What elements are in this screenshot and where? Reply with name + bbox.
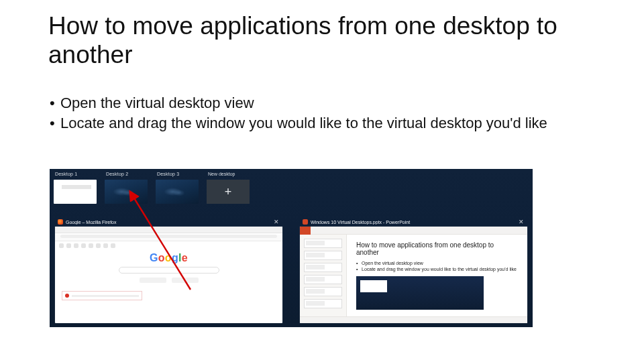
desktop-preview[interactable] [105,180,148,204]
window-title: Google – Mozilla Firefox [66,220,270,225]
bullet-item: • Open the virtual desktop view [50,94,600,113]
inner-screenshot [356,276,484,310]
bookmark-row [55,243,282,249]
task-view-screenshot: Desktop 1 Desktop 2 Desktop 3 New deskto… [50,169,533,327]
desktop-preview[interactable] [54,180,97,204]
slide-thumbnail-panel [300,235,347,316]
desktop-label: Desktop 1 [55,172,77,178]
window-body[interactable]: How to move applications from one deskto… [300,227,527,323]
desktop-thumb-1[interactable]: Desktop 1 [54,172,98,212]
inner-bullet-list: •Open the virtual desktop view •Locate a… [356,260,518,272]
window-preview-powerpoint[interactable]: Windows 10 Virtual Desktops.pptx - Power… [300,217,527,323]
window-preview-firefox[interactable]: Google – Mozilla Firefox ✕ Google [55,217,282,323]
window-titlebar: Google – Mozilla Firefox ✕ [55,217,282,227]
powerpoint-icon [303,219,308,225]
address-bar [55,235,282,241]
window-titlebar: Windows 10 Virtual Desktops.pptx - Power… [300,217,527,227]
bullet-text: Locate and drag the window you would lik… [60,114,600,133]
desktop-thumbnail-strip: Desktop 1 Desktop 2 Desktop 3 New deskto… [50,169,533,212]
google-buttons [140,278,199,283]
desktop-thumb-3[interactable]: Desktop 3 [156,172,200,212]
close-icon[interactable]: ✕ [273,219,280,225]
browser-notice [62,291,142,300]
ribbon-bar [300,227,527,235]
open-windows-row: Google – Mozilla Firefox ✕ Google [55,217,527,323]
bullet-item: • Locate and drag the window you would l… [50,114,600,133]
desktop-preview[interactable] [156,180,199,204]
new-desktop-label: New desktop [208,172,250,178]
desktop-label: Desktop 3 [157,172,179,178]
status-bar [300,316,527,323]
slide-title: How to move applications from one deskto… [48,12,598,69]
alert-dot-icon [65,294,69,298]
desktop-thumb-2[interactable]: Desktop 2 [105,172,149,212]
browser-tab-strip [55,227,282,233]
desktop-label: Desktop 2 [106,172,128,178]
file-tab [300,227,311,235]
bullet-dot-icon: • [50,94,60,113]
window-body[interactable]: Google [55,227,282,323]
bullet-list: • Open the virtual desktop view • Locate… [50,94,600,133]
google-logo: Google [150,252,188,264]
bullet-text: Open the virtual desktop view [60,94,600,113]
slide-canvas: How to move applications from one deskto… [347,235,527,316]
inner-slide-title: How to move applications from one deskto… [356,241,518,256]
new-desktop-button[interactable]: New desktop + [207,172,250,212]
plus-icon[interactable]: + [207,180,250,204]
close-icon[interactable]: ✕ [518,219,525,225]
bullet-dot-icon: • [50,114,60,133]
firefox-icon [58,219,63,225]
google-search-box [119,267,219,274]
window-title: Windows 10 Virtual Desktops.pptx - Power… [311,220,515,225]
